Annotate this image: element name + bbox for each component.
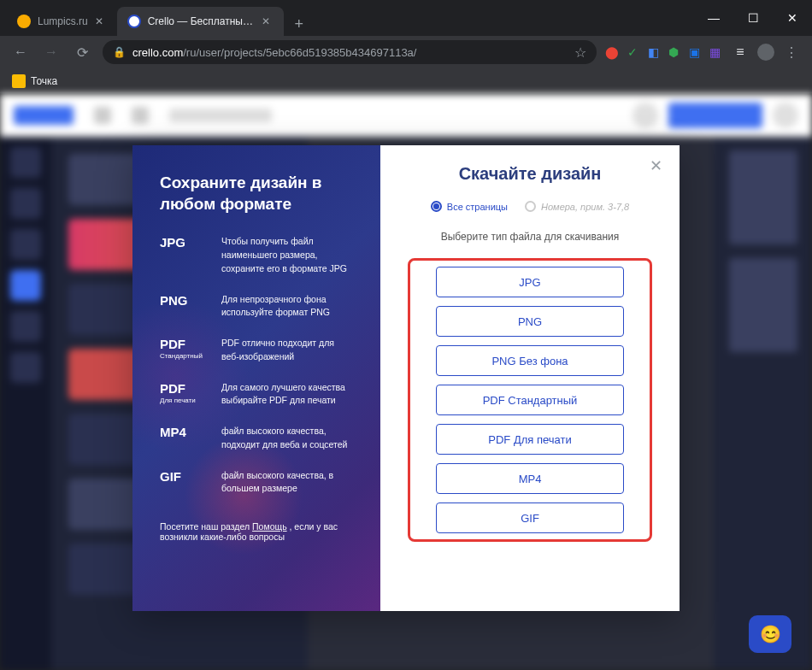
- lock-icon: 🔒: [113, 46, 126, 58]
- favicon-icon: [17, 15, 31, 28]
- new-tab-button[interactable]: +: [287, 12, 311, 36]
- page-selection-radios: Все страницы Номера, прим. 3-7,8: [408, 201, 652, 212]
- close-window-button[interactable]: ✕: [773, 0, 812, 36]
- browser-titlebar: Lumpics.ru ✕ Crello — Бесплатный инструм…: [0, 0, 812, 36]
- window-controls: — ☐ ✕: [694, 0, 812, 36]
- modal-info-panel: Сохраните дизайн в любом формате JPG Что…: [132, 145, 380, 611]
- format-info-pdf-standard: PDFСтандартный PDF отлично подходит для …: [160, 337, 353, 364]
- chat-widget-button[interactable]: 😊: [749, 615, 791, 653]
- modal-left-title: Сохраните дизайн в любом формате: [160, 173, 353, 215]
- extension-icon[interactable]: ⬤: [603, 44, 621, 61]
- help-text: Посетите наш раздел Помощь , если у вас …: [160, 521, 353, 542]
- format-buttons-highlighted: JPG PNG PNG Без фона PDF Стандартный PDF…: [408, 258, 652, 542]
- browser-toolbar: ← → ⟳ 🔒 crello.com/ru/user/projects/5ebc…: [0, 36, 812, 68]
- tab-title: Crello — Бесплатный инструмен: [148, 15, 255, 27]
- radio-all-pages[interactable]: Все страницы: [431, 201, 508, 212]
- tab-title: Lumpics.ru: [38, 15, 88, 27]
- format-info-png: PNG Для непрозрачного фона используйте ф…: [160, 293, 353, 320]
- download-pdf-print-button[interactable]: PDF Для печати: [436, 424, 624, 455]
- download-png-button[interactable]: PNG: [436, 306, 624, 337]
- forward-button[interactable]: →: [38, 38, 65, 66]
- format-info-mp4: MP4 файл высокого качества, подходит для…: [160, 425, 353, 452]
- extension-icon[interactable]: ▣: [685, 44, 703, 61]
- radio-page-numbers[interactable]: Номера, прим. 3-7,8: [525, 201, 629, 212]
- format-info-gif: GIF файл высокого качества, в большем ра…: [160, 469, 353, 497]
- modal-right-title: Скачайте дизайн: [408, 164, 652, 184]
- url-text: crello.com/ru/user/projects/5ebc66d51938…: [132, 46, 568, 59]
- extension-icon[interactable]: ▦: [706, 44, 723, 61]
- close-icon[interactable]: ✕: [262, 15, 274, 27]
- download-mp4-button[interactable]: MP4: [436, 463, 624, 494]
- browser-tab-crello[interactable]: Crello — Бесплатный инструмен ✕: [117, 7, 284, 36]
- address-bar[interactable]: 🔒 crello.com/ru/user/projects/5ebc66d519…: [103, 40, 597, 64]
- radio-icon: [431, 201, 442, 212]
- download-gif-button[interactable]: GIF: [436, 502, 624, 533]
- reload-button[interactable]: ⟳: [68, 38, 96, 66]
- maximize-button[interactable]: ☐: [733, 0, 773, 36]
- back-button[interactable]: ←: [7, 38, 34, 66]
- extension-icon[interactable]: ◧: [644, 44, 662, 61]
- profile-avatar[interactable]: [757, 44, 774, 61]
- menu-button[interactable]: ⋮: [778, 38, 805, 66]
- folder-icon: [12, 74, 26, 88]
- download-png-nobg-button[interactable]: PNG Без фона: [436, 345, 624, 376]
- extension-icon[interactable]: ✓: [624, 44, 641, 61]
- smile-icon: 😊: [760, 624, 781, 644]
- format-info-pdf-print: PDFДля печати Для самого лучшего качеств…: [160, 381, 353, 408]
- browser-tab-lumpics[interactable]: Lumpics.ru ✕: [7, 7, 117, 36]
- bookmark-item[interactable]: Точка: [12, 74, 57, 88]
- minimize-button[interactable]: —: [694, 0, 733, 36]
- radio-icon: [525, 201, 536, 212]
- file-type-subtitle: Выберите тип файла для скачивания: [408, 231, 652, 243]
- format-info-jpg: JPG Чтобы получить файл наименьшего разм…: [160, 235, 353, 275]
- download-modal: Сохраните дизайн в любом формате JPG Что…: [132, 145, 680, 611]
- extension-icon[interactable]: ⬢: [665, 44, 682, 61]
- favicon-icon: [127, 15, 141, 28]
- bookmark-star-icon[interactable]: ☆: [574, 44, 586, 61]
- bookmark-label: Точка: [31, 75, 57, 87]
- download-jpg-button[interactable]: JPG: [436, 267, 624, 297]
- close-icon[interactable]: ✕: [95, 15, 107, 27]
- bookmarks-bar: Точка: [0, 68, 812, 94]
- reading-list-icon[interactable]: ≡: [727, 38, 754, 66]
- modal-download-panel: ✕ Скачайте дизайн Все страницы Номера, п…: [380, 145, 680, 611]
- close-modal-button[interactable]: ✕: [647, 157, 664, 174]
- download-pdf-standard-button[interactable]: PDF Стандартный: [436, 385, 624, 415]
- help-link[interactable]: Помощь: [252, 521, 287, 532]
